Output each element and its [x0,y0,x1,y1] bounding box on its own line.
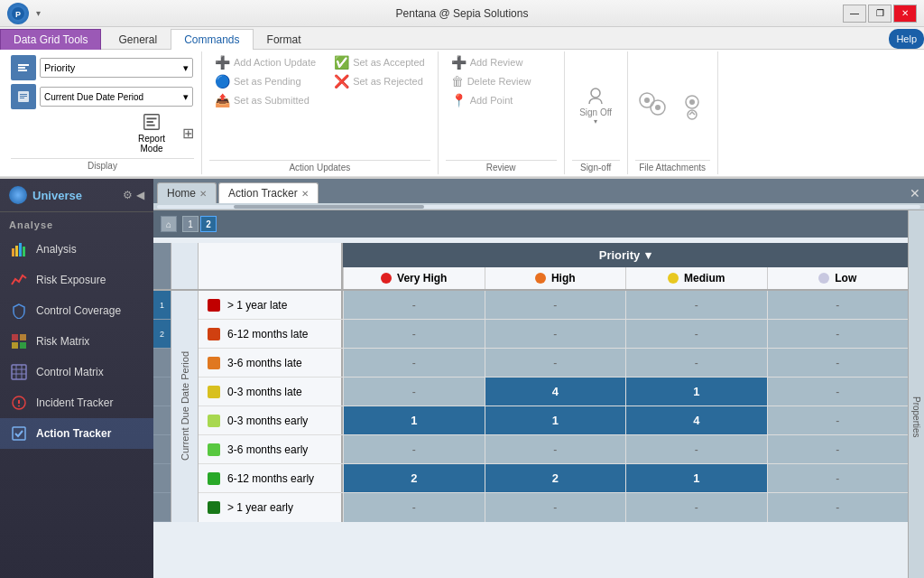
top-scroll[interactable] [153,203,924,210]
action-updates-group-label: Action Updates [209,160,430,172]
set-rejected-button[interactable]: ❌ Set as Rejected [328,72,430,90]
row-label-gt1yr-late: > 1 year late [199,291,343,319]
cell-1-2: - [625,320,767,348]
sidebar-item-control-coverage[interactable]: Control Coverage [0,295,153,326]
title-bar-arrow: ▾ [36,8,41,18]
risk-matrix-icon [9,331,29,351]
tab-format[interactable]: Format [254,29,315,50]
rotated-header-spacer [171,267,199,289]
cell-7-2: - [625,493,767,522]
sidebar-item-incident-tracker[interactable]: Incident Tracker [0,387,153,418]
row-label-spacer [199,243,343,267]
restore-button[interactable]: ❐ [868,5,892,23]
grid-page-2-btn[interactable]: 2 [200,216,217,232]
grid-scroll-area[interactable]: Priority ▾ Very High [153,238,908,578]
due-date-dropdown[interactable]: Current Due Date Period ▾ [40,87,193,107]
table-row: > 1 year late - - - - [199,291,908,320]
svg-text:P: P [15,10,21,19]
grid-rows-container: 1 2 Current Due Date Period [153,291,908,522]
report-mode-button[interactable]: ReportMode [129,109,174,156]
file-attach-icon [636,89,669,122]
ribbon-content: Priority ▾ Current Due Date Period ▾ [0,50,924,177]
action-tracker-icon [9,424,29,443]
close-button[interactable]: ✕ [893,5,917,23]
table-row: 3-6 months late - - - - [199,349,908,378]
svg-rect-27 [12,342,18,349]
risk-exposure-label: Risk Exposure [36,274,106,286]
cell-6-0: 2 [343,464,485,492]
svg-rect-36 [13,427,25,440]
cell-5-3: - [767,435,909,463]
reserve-icon-group [676,89,708,122]
svg-rect-2 [18,64,29,66]
row-color-6-12mo-late [208,328,220,340]
row-color-gt1yr-late [208,299,220,312]
risk-exposure-icon [9,270,29,290]
row-label-6-12mo-late: 6-12 months late [199,320,343,348]
ribbon: Data Grid Tools General Commands Format … [0,27,924,179]
priority-dropdown[interactable]: Priority ▾ [40,58,193,78]
set-pending-button[interactable]: 🔵 Set as Pending [209,72,321,90]
medium-dot [668,273,679,284]
incident-tracker-label: Incident Tracker [36,396,113,409]
set-accepted-button[interactable]: ✅ Set as Accepted [328,53,430,71]
sidebar-settings-icon[interactable]: ⚙ [123,189,133,201]
add-review-button[interactable]: ➕ Add Review [446,53,537,71]
tab-home-close[interactable]: ✕ [199,189,207,199]
app-title: Pentana @ Sepia Solutions [396,7,529,20]
cell-6-1: 2 [485,464,626,492]
add-action-update-button[interactable]: ➕ Add Action Update [209,53,321,71]
file-attachments-content [636,53,708,158]
tab-action-tracker-close[interactable]: ✕ [301,189,309,199]
sidebar-item-analysis[interactable]: Analysis [0,234,153,265]
cell-7-0: - [343,493,485,522]
sidebar-collapse-icon[interactable]: ◀ [136,189,144,201]
row-color-0-3mo-late [208,386,220,398]
help-button[interactable]: Help [889,29,924,49]
cell-4-2: 4 [625,406,767,434]
properties-panel-toggle[interactable]: Properties [908,210,924,578]
tab-expand-icon[interactable]: ✕ [910,186,920,200]
svg-point-35 [18,406,20,407]
ribbon-group-review: ➕ Add Review 🗑 Delete Review 📍 Add Point… [439,51,565,174]
tab-commands[interactable]: Commands [171,29,253,50]
add-point-button[interactable]: 📍 Add Point [446,91,537,109]
cell-0-3: - [767,291,909,319]
rotated-label: Current Due Date Period [171,291,199,522]
row-num-4 [153,378,171,406]
set-submitted-button[interactable]: 📤 Set as Submitted [209,91,321,109]
svg-rect-28 [20,342,26,349]
svg-rect-3 [18,67,25,69]
cell-3-1: 4 [485,378,626,406]
delete-review-button[interactable]: 🗑 Delete Review [446,72,537,90]
action-tracker-label: Action Tracker [36,427,111,440]
control-coverage-icon [9,301,29,321]
grid-toolbar: ⌂ 1 2 [153,210,908,238]
row-num-spacer [153,243,171,267]
sign-off-button[interactable]: Sign Off ▾ [573,82,618,129]
sidebar-item-risk-matrix[interactable]: Risk Matrix [0,326,153,357]
grid-home-btn[interactable]: ⌂ [161,216,177,232]
sidebar-item-risk-exposure[interactable]: Risk Exposure [0,265,153,295]
sidebar-item-control-matrix[interactable]: Control Matrix [0,357,153,387]
col-header-medium: Medium [625,267,767,289]
tab-home[interactable]: Home ✕ [157,182,217,203]
row-label-6-12mo-early: 6-12 months early [199,464,343,492]
ribbon-group-action-updates: ➕ Add Action Update 🔵 Set as Pending 📤 S… [202,51,439,174]
row-color-0-3mo-early [208,415,220,427]
display-controls: Priority ▾ Current Due Date Period ▾ [11,55,193,109]
grid-page-1-btn[interactable]: 1 [182,216,199,232]
svg-point-19 [689,99,695,105]
cell-3-3: - [767,378,909,406]
cell-4-3: - [767,406,909,434]
tab-general[interactable]: General [105,29,171,50]
tab-data-grid-tools[interactable]: Data Grid Tools [0,29,101,50]
row-num-8 [153,493,171,522]
display-expand-icon[interactable]: ⊞ [181,125,194,142]
file-attachments-group-label: File Attachments [635,160,710,172]
tab-action-tracker[interactable]: Action Tracker ✕ [218,182,319,203]
row-label-3-6mo-late: 3-6 months late [199,349,343,377]
minimize-button[interactable]: — [843,5,866,23]
row-num-5 [153,406,171,435]
sidebar-item-action-tracker[interactable]: Action Tracker [0,418,153,449]
